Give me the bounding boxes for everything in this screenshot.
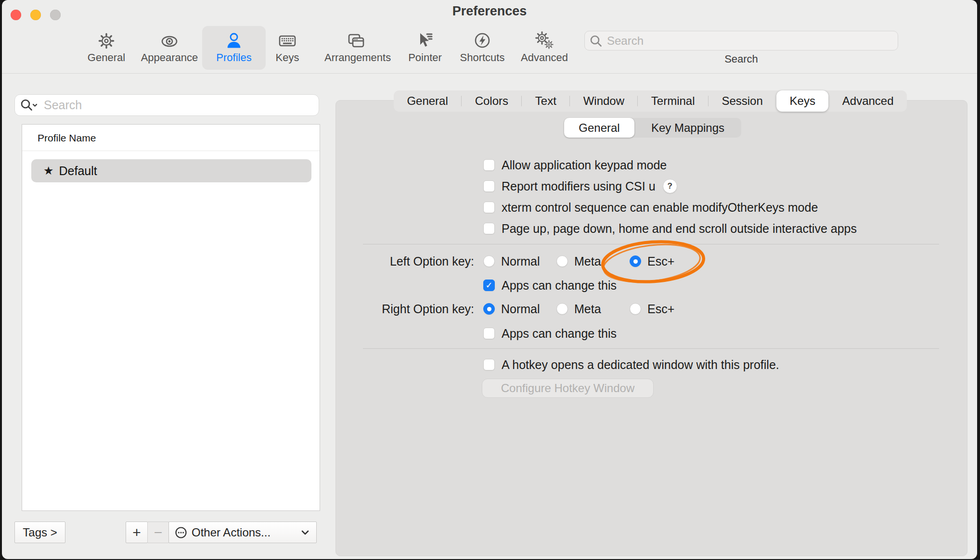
radio-right-option-normal[interactable] <box>483 303 495 315</box>
checkbox-row-csi-u: Report modifiers using CSI u ? <box>483 178 677 194</box>
keys-subtab-control: General Key Mappings <box>564 118 741 138</box>
add-profile-button[interactable]: + <box>126 522 148 543</box>
radio-left-option-meta[interactable] <box>556 255 568 267</box>
search-icon <box>590 35 602 47</box>
toolbar-item-shortcuts[interactable]: Shortcuts <box>451 26 514 70</box>
toolbar-item-keys[interactable]: Keys <box>256 26 319 70</box>
tab-label: Session <box>722 94 762 108</box>
radio-label: Normal <box>501 254 540 269</box>
lightning-bolt-icon <box>472 30 493 51</box>
remove-profile-button: − <box>147 522 169 543</box>
right-option-apps-row: Apps can change this <box>483 326 617 341</box>
toolbar-item-label: Arrangements <box>324 51 388 64</box>
preferences-window: Preferences General Appearance Profiles <box>2 0 977 559</box>
plus-icon: + <box>132 524 141 541</box>
checkbox-csi-u[interactable] <box>483 180 495 192</box>
tab-general[interactable]: General <box>394 90 461 112</box>
tags-button-label: Tags > <box>23 526 57 539</box>
screenshot-root: Preferences General Appearance Profiles <box>0 0 980 560</box>
ellipsis-circle-icon <box>175 526 187 539</box>
section-divider <box>363 244 939 244</box>
checkbox-hotkey-window[interactable] <box>483 359 495 370</box>
subtab-label: General <box>579 121 619 135</box>
toolbar-item-pointer[interactable]: Pointer <box>393 26 457 70</box>
tab-keys[interactable]: Keys <box>776 90 828 112</box>
toolbar-divider <box>2 73 977 74</box>
tab-advanced[interactable]: Advanced <box>829 90 907 112</box>
help-button[interactable]: ? <box>663 179 677 193</box>
list-header-divider <box>22 151 320 151</box>
configure-hotkey-window-label: Configure Hotkey Window <box>501 382 634 395</box>
subtab-general[interactable]: General <box>564 118 634 138</box>
star-icon: ★ <box>43 164 54 178</box>
toolbar-item-advanced[interactable]: Advanced <box>513 26 576 70</box>
profile-tab-bar: General Colors Text Window Terminal Sess… <box>394 90 907 112</box>
tab-colors[interactable]: Colors <box>462 90 521 112</box>
checkbox-row-keypad-mode: Allow application keypad mode <box>483 157 667 173</box>
checkbox-modifyotherkeys[interactable] <box>483 202 495 213</box>
checkbox-keypad-mode[interactable] <box>483 159 495 171</box>
checkbox-left-apps-can-change[interactable] <box>483 280 495 291</box>
other-actions-dropdown[interactable]: Other Actions... <box>168 522 317 543</box>
search-scope-icon <box>20 99 39 112</box>
checkbox-row-modifyotherkeys: xterm control sequence can enable modify… <box>483 200 818 215</box>
checkbox-label: Allow application keypad mode <box>502 158 667 172</box>
profile-name: Default <box>59 164 97 178</box>
tags-button[interactable]: Tags > <box>14 522 65 543</box>
profile-row-default[interactable]: ★ Default <box>31 159 311 182</box>
profile-search-field[interactable] <box>14 94 319 116</box>
toolbar-search-label: Search <box>584 53 898 65</box>
right-option-key-label: Right Option key: <box>336 301 474 317</box>
checkbox-label: Report modifiers using CSI u <box>502 179 656 193</box>
tab-text[interactable]: Text <box>522 90 569 112</box>
hotkey-row: A hotkey opens a dedicated window with t… <box>483 357 779 372</box>
subtab-label: Key Mappings <box>651 121 724 135</box>
checkbox-right-apps-can-change[interactable] <box>483 328 495 339</box>
checkbox-label: Page up, page down, home and end scroll … <box>502 222 857 236</box>
toolbar-item-label: Appearance <box>138 51 201 64</box>
radio-label: Meta <box>574 301 601 317</box>
gear-icon <box>96 30 117 51</box>
toolbar-item-label: Shortcuts <box>451 51 514 64</box>
checkbox-page-scroll[interactable] <box>483 223 495 234</box>
checkbox-label: xterm control sequence can enable modify… <box>502 201 818 215</box>
tab-window[interactable]: Window <box>570 90 637 112</box>
radio-left-option-normal[interactable] <box>483 255 495 267</box>
radio-label: Normal <box>501 301 540 317</box>
profile-search-input[interactable] <box>43 98 314 113</box>
radio-right-option-meta[interactable] <box>556 303 568 315</box>
section-divider <box>363 348 939 349</box>
toolbar-search-field[interactable] <box>584 31 898 51</box>
profile-list-header: Profile Name <box>38 132 320 144</box>
toolbar-item-label: Advanced <box>513 51 576 64</box>
keyboard-icon <box>277 30 298 51</box>
toolbar-item-general[interactable]: General <box>75 26 138 70</box>
configure-hotkey-window-button: Configure Hotkey Window <box>482 379 654 398</box>
subtab-key-mappings[interactable]: Key Mappings <box>634 118 741 138</box>
tab-label: Window <box>583 94 624 108</box>
tab-label: General <box>407 94 448 108</box>
toolbar-item-arrangements[interactable]: Arrangements <box>324 26 388 70</box>
tab-label: Keys <box>790 94 815 108</box>
tab-label: Text <box>535 94 556 108</box>
profile-list: Profile Name ★ Default <box>22 124 320 511</box>
eye-icon <box>159 30 180 51</box>
radio-label: Esc+ <box>647 254 674 269</box>
toolbar-search-input[interactable] <box>606 34 893 48</box>
person-icon <box>223 30 245 51</box>
radio-left-option-esc[interactable] <box>630 255 641 267</box>
tab-session[interactable]: Session <box>709 90 776 112</box>
checkbox-label: Apps can change this <box>502 279 617 293</box>
checkbox-label: A hotkey opens a dedicated window with t… <box>502 358 779 372</box>
window-title: Preferences <box>2 4 977 19</box>
question-mark-icon: ? <box>667 181 672 191</box>
left-option-key-row: Left Option key: Normal Meta Esc+ <box>336 254 967 269</box>
radio-label: Meta <box>574 254 601 269</box>
checkbox-row-page-scroll: Page up, page down, home and end scroll … <box>483 221 857 236</box>
right-option-key-row: Right Option key: Normal Meta Esc+ <box>336 301 967 317</box>
toolbar-item-appearance[interactable]: Appearance <box>138 26 201 70</box>
checkbox-label: Apps can change this <box>502 327 617 341</box>
toolbar-item-label: General <box>75 51 138 64</box>
tab-terminal[interactable]: Terminal <box>638 90 708 112</box>
radio-right-option-esc[interactable] <box>630 303 641 315</box>
